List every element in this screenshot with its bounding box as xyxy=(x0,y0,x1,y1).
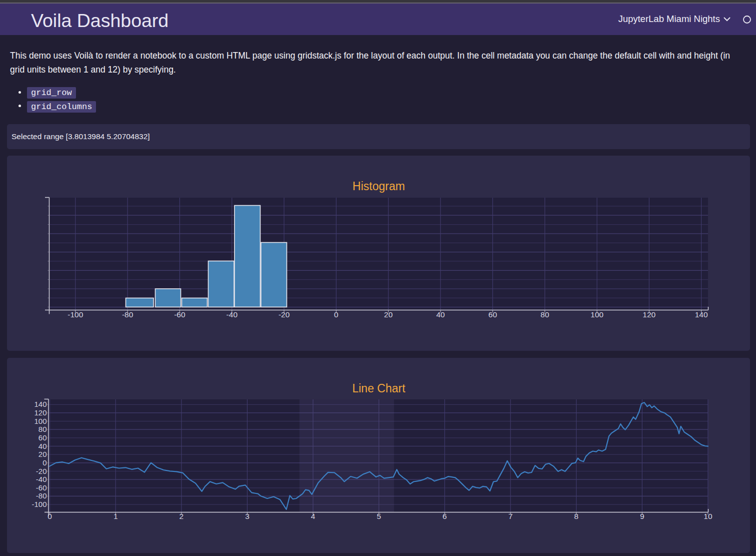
svg-text:60: 60 xyxy=(488,310,498,319)
svg-text:3: 3 xyxy=(245,512,250,520)
svg-text:60: 60 xyxy=(38,433,47,442)
svg-text:4: 4 xyxy=(311,512,316,520)
svg-text:10: 10 xyxy=(704,512,712,520)
svg-text:2: 2 xyxy=(180,512,184,520)
svg-text:6: 6 xyxy=(442,512,447,520)
svg-text:20: 20 xyxy=(384,310,393,319)
svg-text:-80: -80 xyxy=(122,310,134,319)
svg-text:80: 80 xyxy=(38,425,47,433)
svg-text:9: 9 xyxy=(640,512,644,520)
svg-text:-100: -100 xyxy=(32,500,46,508)
svg-text:-80: -80 xyxy=(36,491,47,500)
svg-text:80: 80 xyxy=(540,310,550,319)
svg-text:-60: -60 xyxy=(36,483,47,492)
svg-text:Histogram: Histogram xyxy=(352,180,405,193)
svg-text:20: 20 xyxy=(38,450,47,458)
svg-text:-60: -60 xyxy=(174,310,186,319)
svg-text:-20: -20 xyxy=(36,467,47,475)
svg-text:100: 100 xyxy=(590,310,604,319)
svg-text:120: 120 xyxy=(34,408,46,417)
svg-text:1: 1 xyxy=(114,512,118,520)
svg-text:40: 40 xyxy=(38,442,47,450)
svg-text:-100: -100 xyxy=(68,310,83,319)
svg-text:-20: -20 xyxy=(278,310,290,319)
svg-text:Line Chart: Line Chart xyxy=(352,382,406,395)
svg-text:5: 5 xyxy=(376,512,381,520)
svg-text:0: 0 xyxy=(42,458,46,467)
svg-text:140: 140 xyxy=(34,400,46,408)
svg-text:-40: -40 xyxy=(36,475,47,483)
svg-text:0: 0 xyxy=(48,512,52,520)
svg-text:0: 0 xyxy=(334,310,338,319)
svg-text:40: 40 xyxy=(436,310,445,319)
svg-text:120: 120 xyxy=(642,310,656,319)
svg-text:-40: -40 xyxy=(226,310,238,319)
svg-text:100: 100 xyxy=(34,417,46,425)
svg-text:7: 7 xyxy=(508,512,513,520)
svg-text:140: 140 xyxy=(695,310,708,319)
svg-text:8: 8 xyxy=(574,512,578,520)
